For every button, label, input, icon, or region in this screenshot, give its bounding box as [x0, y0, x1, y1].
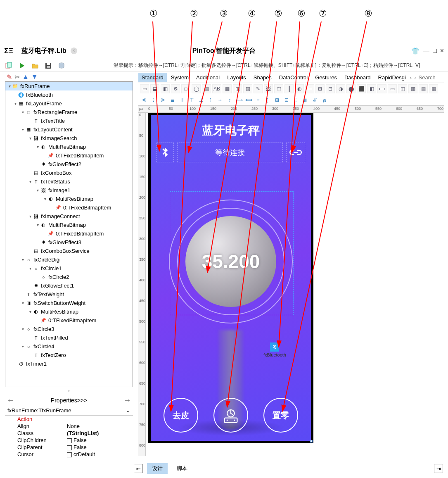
- new-icon[interactable]: [5, 62, 12, 69]
- collapse-left-icon[interactable]: ⇤: [134, 464, 143, 473]
- open-icon[interactable]: [31, 62, 39, 69]
- palette-component-icon[interactable]: ⬓: [150, 84, 159, 93]
- palette-component-icon[interactable]: ▭: [388, 84, 397, 93]
- tree-item[interactable]: ▾▦fxLayoutFrame: [5, 99, 133, 108]
- tree-tool-icon[interactable]: ✎: [7, 73, 12, 81]
- property-row[interactable]: Classs(TStringList): [5, 430, 133, 437]
- tare-button[interactable]: 去皮: [164, 398, 198, 433]
- minimize-icon[interactable]: —: [423, 47, 429, 55]
- component-tab[interactable]: Standard: [138, 73, 167, 82]
- component-tab[interactable]: Layouts: [224, 73, 249, 82]
- tree-item[interactable]: ▾📁fxRunFrame: [5, 82, 133, 90]
- tree-item[interactable]: TfxTextTitle: [5, 117, 133, 125]
- align-icon[interactable]: ⫸: [159, 96, 167, 104]
- palette-component-icon[interactable]: ⬤: [346, 84, 356, 93]
- close-icon[interactable]: ×: [440, 47, 444, 55]
- palette-component-icon[interactable]: ⚙: [171, 84, 180, 93]
- resize-handle[interactable]: [310, 440, 313, 442]
- property-grid[interactable]: ActionAlignNoneClasss(TStringList)ClipCh…: [5, 416, 133, 458]
- component-tab[interactable]: Dashboard: [341, 73, 374, 82]
- tree-item[interactable]: 📌0:TFixedBitmapItem: [5, 229, 133, 238]
- tree-item[interactable]: ▾◨fxSwitchButtonWeight: [5, 299, 133, 307]
- tree-item[interactable]: 📌0:TFixedBitmapItem: [5, 316, 133, 325]
- align-icon[interactable]: ⫶: [292, 96, 300, 104]
- align-icon[interactable]: ⫿: [206, 96, 215, 104]
- component-tab[interactable]: DataControl: [276, 73, 311, 82]
- tree-item[interactable]: ▾🖼fxImageSearch: [5, 134, 133, 143]
- tree-item[interactable]: ▤fxComboBoxService: [5, 247, 133, 255]
- arrow-right-icon[interactable]: →: [123, 395, 131, 405]
- align-icon[interactable]: ⫶: [149, 96, 158, 104]
- tree-item[interactable]: ▾🖼fxImageConnect: [5, 212, 133, 221]
- align-icon[interactable]: ≣: [168, 96, 177, 104]
- palette-component-icon[interactable]: ▥: [408, 84, 417, 93]
- tree-item[interactable]: ▾TfxTextStatus: [5, 177, 133, 186]
- component-tab[interactable]: Gestures: [312, 73, 340, 82]
- tree-item[interactable]: ▾○fxCircle4: [5, 342, 133, 351]
- tree-item[interactable]: ▾▦fxLayoutContent: [5, 125, 133, 134]
- design-tab[interactable]: 设计: [147, 463, 168, 474]
- palette-component-icon[interactable]: ▦: [223, 84, 232, 93]
- tree-item[interactable]: 📌0:TFixedBitmapItem: [5, 203, 133, 212]
- component-tab[interactable]: Shapes: [250, 73, 275, 82]
- palette-component-icon[interactable]: ◑: [336, 84, 345, 93]
- palette-component-icon[interactable]: ┃: [284, 84, 294, 93]
- palette-component-icon[interactable]: ⊟: [326, 84, 335, 93]
- component-tab[interactable]: System: [168, 73, 192, 82]
- palette-component-icon[interactable]: —: [305, 84, 314, 93]
- connect-button[interactable]: [286, 143, 305, 162]
- tree-item[interactable]: ▤fxComboBox: [5, 169, 133, 177]
- tree-item[interactable]: fxBluetooth: [5, 90, 133, 99]
- palette-component-icon[interactable]: ▤: [202, 84, 211, 93]
- tree-item[interactable]: ✸fxGlowEffect2: [5, 160, 133, 169]
- switch-weight-button[interactable]: [213, 398, 248, 433]
- align-icon[interactable]: ⫷: [140, 96, 148, 104]
- align-icon[interactable]: ⊟: [282, 96, 291, 104]
- align-icon[interactable]: ⫼: [301, 96, 310, 104]
- align-icon[interactable]: ⫴: [178, 96, 186, 104]
- tree-item[interactable]: ✸fxGlowEffect3: [5, 238, 133, 247]
- palette-component-icon[interactable]: ▭: [140, 84, 149, 93]
- palette-component-icon[interactable]: ◫: [398, 84, 407, 93]
- align-icon[interactable]: ⊥: [197, 96, 205, 104]
- palette-component-icon[interactable]: ◫: [233, 84, 242, 93]
- search-input[interactable]: [418, 74, 447, 81]
- tree-item[interactable]: ▾○fxCircle1: [5, 264, 133, 273]
- align-icon[interactable]: ⋮: [263, 96, 272, 104]
- property-row[interactable]: ClipParentFalse: [5, 444, 133, 451]
- tree-item[interactable]: ○fxCircle2: [5, 273, 133, 281]
- save-icon[interactable]: [45, 62, 52, 69]
- tree-item[interactable]: 📌0:TFixedBitmapItem: [5, 151, 133, 160]
- tree-item[interactable]: ▾🖼fxImage1: [5, 186, 133, 195]
- palette-component-icon[interactable]: ⊞: [315, 84, 325, 93]
- tree-item[interactable]: ▾○fxCircleDigi: [5, 255, 133, 264]
- palette-component-icon[interactable]: ◯: [192, 84, 201, 93]
- tree-up-icon[interactable]: ▲: [22, 73, 29, 81]
- component-tree[interactable]: ▾📁fxRunFramefxBluetooth▾▦fxLayoutFrame▾□…: [5, 81, 133, 387]
- component-tabs[interactable]: StandardSystemAdditionalLayoutsShapesDat…: [138, 72, 444, 83]
- tree-item[interactable]: ▾□fxRectangleFrame: [5, 108, 133, 117]
- align-icon[interactable]: ↕: [225, 96, 234, 104]
- properties-header[interactable]: ← Properties>>> →: [5, 395, 133, 406]
- palette-component-icon[interactable]: ⬚: [274, 84, 283, 93]
- palette-component-icon[interactable]: ⬛: [357, 84, 366, 93]
- tree-item[interactable]: ▾◐MultiResBitmap: [5, 221, 133, 229]
- tree-item[interactable]: ▾◐MultiResBitmap: [5, 143, 133, 151]
- palette-component-icon[interactable]: □: [181, 84, 190, 93]
- run-icon[interactable]: [18, 62, 26, 69]
- tshirt-icon[interactable]: 👕: [411, 47, 420, 55]
- tree-tool-icon[interactable]: ✂: [14, 73, 20, 81]
- palette-component-icon[interactable]: ◧: [161, 84, 170, 93]
- script-tab[interactable]: 脚本: [172, 463, 192, 474]
- palette-component-icon[interactable]: ⟷: [377, 84, 386, 93]
- align-icon[interactable]: ⟺: [244, 96, 253, 104]
- palette-component-icon[interactable]: ◧: [367, 84, 376, 93]
- maximize-icon[interactable]: □: [433, 47, 437, 55]
- tree-item[interactable]: TfxTextPilled: [5, 333, 133, 342]
- palette-component-icon[interactable]: ▦: [429, 84, 438, 93]
- tree-down-icon[interactable]: ▼: [31, 73, 38, 81]
- palette-component-icon[interactable]: ◐: [295, 84, 304, 93]
- bluetooth-search-button[interactable]: [156, 143, 174, 162]
- canvas[interactable]: 0501001502002503003504004505005506006507…: [138, 113, 444, 456]
- tree-item[interactable]: ▾○fxCircle3: [5, 325, 133, 333]
